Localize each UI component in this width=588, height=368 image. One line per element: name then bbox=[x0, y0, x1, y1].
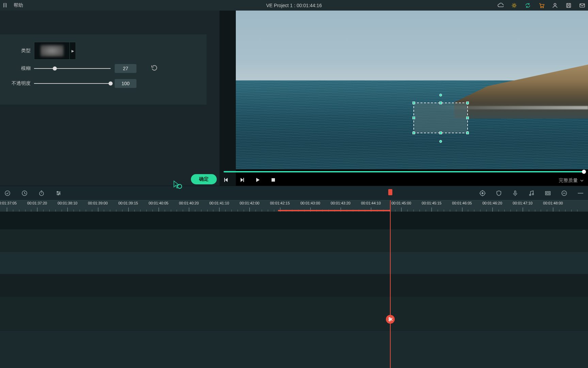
shield-icon[interactable] bbox=[495, 190, 502, 197]
user-icon[interactable] bbox=[552, 2, 558, 9]
svg-point-17 bbox=[482, 193, 483, 194]
music-icon[interactable] bbox=[528, 190, 535, 197]
ruler-label: 00:01:46:05 bbox=[452, 201, 472, 205]
timer-icon[interactable] bbox=[38, 190, 45, 197]
ruler-label: 00:01:43:20 bbox=[331, 201, 350, 205]
ruler-label: 00:01:42:15 bbox=[270, 201, 290, 205]
ruler-label: 00:01:37:05 bbox=[0, 201, 17, 205]
cart-icon[interactable] bbox=[538, 2, 544, 9]
svg-point-20 bbox=[532, 194, 534, 195]
save-icon[interactable] bbox=[566, 2, 572, 9]
sync-icon[interactable] bbox=[4, 190, 11, 197]
handle-top-left[interactable] bbox=[412, 102, 415, 104]
ruler-label: 00:01:45:15 bbox=[422, 201, 441, 205]
mail-icon[interactable] bbox=[579, 2, 585, 9]
menu-item-partial[interactable]: 目 bbox=[3, 2, 7, 9]
opacity-label: 不透明度 bbox=[0, 80, 34, 87]
project-title: VE Project 1 : 00:01:44:16 bbox=[266, 3, 322, 8]
refresh-icon[interactable] bbox=[525, 2, 531, 9]
track-row[interactable] bbox=[0, 229, 588, 252]
blur-label: 模糊 bbox=[0, 65, 34, 72]
svg-rect-18 bbox=[514, 191, 516, 194]
handle-bot-right[interactable] bbox=[466, 132, 469, 134]
track-row[interactable] bbox=[0, 274, 588, 297]
handle-bot-left[interactable] bbox=[412, 132, 415, 134]
frame-icon[interactable] bbox=[544, 190, 551, 197]
video-preview[interactable] bbox=[236, 11, 588, 169]
ruler-label: 00:01:42:00 bbox=[240, 201, 259, 205]
history-icon[interactable] bbox=[21, 190, 28, 197]
adjust-icon[interactable] bbox=[55, 190, 62, 197]
svg-point-14 bbox=[59, 193, 60, 194]
mic-icon[interactable] bbox=[512, 190, 519, 197]
handle-right-mid[interactable] bbox=[466, 117, 469, 119]
svg-rect-4 bbox=[567, 3, 571, 7]
target-icon[interactable] bbox=[479, 190, 486, 197]
ruler-label: 00:01:44:10 bbox=[361, 201, 381, 205]
type-label: 类型 bbox=[0, 48, 34, 54]
play-icon[interactable] bbox=[255, 177, 260, 183]
ruler-label: 00:01:39:00 bbox=[88, 201, 108, 205]
svg-point-1 bbox=[541, 7, 541, 7]
track-row[interactable] bbox=[0, 297, 588, 331]
title-bar: 目 帮助 VE Project 1 : 00:01:44:16 bbox=[0, 0, 588, 11]
track-row[interactable] bbox=[0, 252, 588, 274]
ruler-label: 00:01:41:10 bbox=[209, 201, 229, 205]
step-forward-icon[interactable] bbox=[239, 177, 245, 183]
svg-point-25 bbox=[389, 318, 390, 319]
sun-icon[interactable] bbox=[511, 2, 517, 9]
handle-top-mid[interactable] bbox=[439, 102, 442, 104]
blur-value[interactable]: 27 bbox=[115, 64, 136, 73]
svg-point-13 bbox=[57, 191, 58, 192]
stop-icon[interactable] bbox=[271, 177, 276, 183]
svg-rect-8 bbox=[243, 178, 244, 182]
ruler-label: 00:01:38:10 bbox=[58, 201, 77, 205]
ruler-label: 00:01:40:05 bbox=[149, 201, 168, 205]
blur-reset[interactable] bbox=[151, 65, 158, 72]
menu-help[interactable]: 帮助 bbox=[14, 2, 23, 9]
opacity-value[interactable]: 100 bbox=[115, 79, 136, 88]
quality-selector[interactable]: 完整质量 bbox=[559, 178, 584, 184]
preview-panel: 完整质量 bbox=[219, 11, 588, 186]
chevron-down-icon bbox=[580, 179, 584, 183]
ruler-label: 00:01:40:20 bbox=[179, 201, 199, 205]
zoom-out-icon[interactable] bbox=[561, 190, 568, 197]
step-back-icon[interactable] bbox=[224, 177, 229, 183]
svg-rect-7 bbox=[224, 178, 225, 182]
handle-rotate-top[interactable] bbox=[439, 94, 442, 96]
ruler-label: 00:01:47:10 bbox=[513, 201, 533, 205]
ruler-label: 00:01:45:00 bbox=[391, 201, 411, 205]
ruler-label: 00:01:43:00 bbox=[300, 201, 320, 205]
ruler-label: 00:01:48:00 bbox=[543, 201, 563, 205]
svg-point-3 bbox=[554, 3, 556, 5]
opacity-slider[interactable] bbox=[34, 83, 111, 84]
timeline-toolbar bbox=[0, 186, 588, 200]
svg-point-15 bbox=[58, 194, 59, 195]
timeline-ruler[interactable]: 00:01:37:0500:01:37:2000:01:38:1000:01:3… bbox=[0, 200, 588, 212]
handle-rotate-bot[interactable] bbox=[439, 140, 442, 143]
ruler-label: 00:01:37:20 bbox=[27, 201, 47, 205]
svg-rect-22 bbox=[546, 193, 549, 194]
cloud-icon[interactable] bbox=[497, 2, 504, 9]
cut-button[interactable] bbox=[386, 315, 395, 324]
svg-rect-21 bbox=[545, 191, 550, 195]
main-area: 类型 ▶ 模糊 27 不透明度 100 bbox=[0, 11, 588, 186]
playhead[interactable] bbox=[390, 200, 391, 368]
svg-point-0 bbox=[513, 4, 515, 6]
svg-rect-9 bbox=[272, 178, 275, 182]
blur-slider[interactable] bbox=[34, 68, 111, 69]
selection-range bbox=[278, 210, 390, 211]
type-next-button[interactable]: ▶ bbox=[70, 42, 76, 60]
handle-top-right[interactable] bbox=[466, 102, 469, 104]
selection-box[interactable] bbox=[413, 103, 468, 133]
handle-left-mid[interactable] bbox=[412, 117, 415, 119]
svg-point-2 bbox=[543, 7, 543, 7]
timeline-tracks[interactable] bbox=[0, 212, 588, 368]
type-thumbnail[interactable] bbox=[34, 42, 70, 60]
handle-bot-mid[interactable] bbox=[439, 132, 442, 134]
preview-progress[interactable] bbox=[224, 171, 584, 172]
playhead-marker[interactable] bbox=[388, 189, 392, 195]
progress-thumb[interactable] bbox=[582, 170, 586, 174]
confirm-button[interactable]: 确定 bbox=[191, 174, 217, 184]
zoom-line-icon[interactable] bbox=[577, 190, 584, 197]
